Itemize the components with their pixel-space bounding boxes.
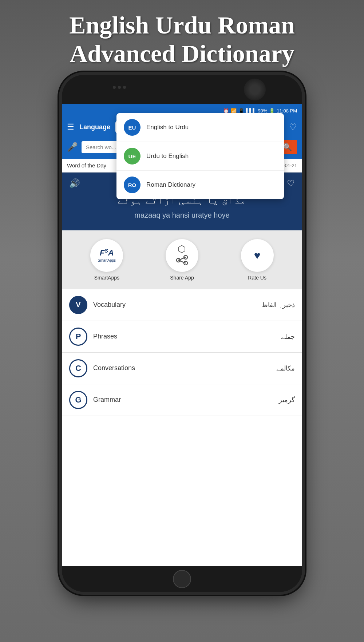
share-app-label: Share App: [170, 275, 194, 281]
hamburger-icon[interactable]: ☰: [67, 122, 74, 132]
menu-item-phrases[interactable]: P Phrases جملے: [62, 321, 302, 353]
battery-pct: 90%: [258, 108, 267, 114]
microphone-icon[interactable]: 🎤: [67, 142, 78, 152]
speaker-icon[interactable]: 🔊: [69, 178, 80, 189]
rate-us-circle: ♥: [241, 239, 274, 272]
favorite-icon-header[interactable]: ♡: [289, 122, 297, 132]
dropdown-label-eu: English to Urdu: [146, 124, 189, 131]
language-label: Language: [79, 123, 110, 131]
share-app-circle: ⬡: [166, 239, 198, 272]
conversations-label: Conversations: [93, 364, 276, 372]
share-app-button[interactable]: ⬡ Share App: [166, 239, 198, 281]
badge-eu: EU: [124, 119, 141, 136]
status-icons: ⏰ 📶 📱 ▌▌▌ 90% 🔋 11:08 PM: [223, 108, 297, 114]
phrases-badge: P: [69, 328, 87, 346]
phone-speaker: [113, 86, 126, 89]
phone-mockup: ⏰ 📶 📱 ▌▌▌ 90% 🔋 11:08 PM ☰ Language Engl…: [62, 75, 302, 592]
grammar-badge: G: [69, 391, 87, 409]
home-button[interactable]: [173, 570, 191, 588]
dropdown-label-ue: Urdu to English: [146, 152, 189, 160]
app-title: English Urdu Roman Advanced Dictionary: [0, 0, 364, 75]
grammar-urdu: گرمیر: [279, 396, 295, 404]
vocabulary-label: Vocabulary: [93, 301, 262, 309]
title-line1: English Urdu Roman: [69, 11, 295, 39]
conversations-badge: C: [69, 359, 87, 377]
menu-item-conversations[interactable]: C Conversations مکالمے: [62, 353, 302, 384]
phone-top-bezel: [62, 75, 302, 104]
wotd-label: Word of the Day: [67, 162, 106, 169]
phone-camera: [244, 79, 266, 100]
clock: 11:08 PM: [277, 108, 297, 114]
smart-apps-button[interactable]: FSA SmartApps SmartApps: [90, 239, 123, 281]
vocabulary-urdu: ذخیرہ الفاظ: [262, 301, 295, 309]
dropdown-menu[interactable]: EU English to Urdu UE Urdu to English RO…: [116, 113, 284, 199]
menu-list: V Vocabulary ذخیرہ الفاظ P Phrases جملے …: [62, 289, 302, 567]
menu-item-grammar[interactable]: G Grammar گرمیر: [62, 384, 302, 416]
rate-us-label: Rate Us: [248, 275, 266, 281]
fsa-sub-text: SmartApps: [98, 258, 116, 262]
share-icon: ⬡: [178, 244, 186, 254]
wifi-icon: 📶: [231, 108, 237, 114]
dropdown-item-ro[interactable]: RO Roman Dictionary: [116, 171, 284, 199]
grammar-label: Grammar: [93, 396, 279, 404]
phrases-label: Phrases: [93, 333, 281, 340]
conversations-urdu: مکالمے: [276, 364, 295, 372]
phone-bottom-bezel: [62, 566, 302, 592]
badge-ue: UE: [124, 148, 141, 165]
share-circle-text: [175, 255, 189, 266]
sim-icon: 📱: [238, 108, 244, 114]
heart-rate-icon: ♥: [254, 249, 261, 262]
word-roman-text: mazaaq ya hansi uratye hoye: [69, 211, 295, 219]
action-buttons-row: FSA SmartApps SmartApps ⬡: [62, 230, 302, 289]
fsa-icon-text: FSA: [100, 248, 114, 257]
title-line2: Advanced Dictionary: [70, 40, 294, 67]
dropdown-item-ue[interactable]: UE Urdu to English: [116, 142, 284, 171]
dropdown-label-ro: Roman Dictionary: [146, 181, 195, 189]
smart-apps-circle: FSA SmartApps: [90, 239, 123, 272]
menu-item-vocabulary[interactable]: V Vocabulary ذخیرہ الفاظ: [62, 289, 302, 321]
badge-ro: RO: [124, 177, 141, 193]
vocabulary-badge: V: [69, 296, 87, 314]
battery-icon: 🔋: [269, 108, 275, 114]
phrases-urdu: جملے: [281, 333, 295, 341]
rate-us-button[interactable]: ♥ Rate Us: [241, 239, 274, 281]
phone-screen: ⏰ 📶 📱 ▌▌▌ 90% 🔋 11:08 PM ☰ Language Engl…: [62, 104, 302, 566]
dropdown-item-eu[interactable]: EU English to Urdu: [116, 113, 284, 142]
signal-bars: ▌▌▌: [246, 108, 256, 114]
smart-apps-label: SmartApps: [94, 275, 119, 281]
alarm-icon: ⏰: [223, 108, 229, 114]
heart-icon-card[interactable]: ♡: [287, 178, 295, 189]
